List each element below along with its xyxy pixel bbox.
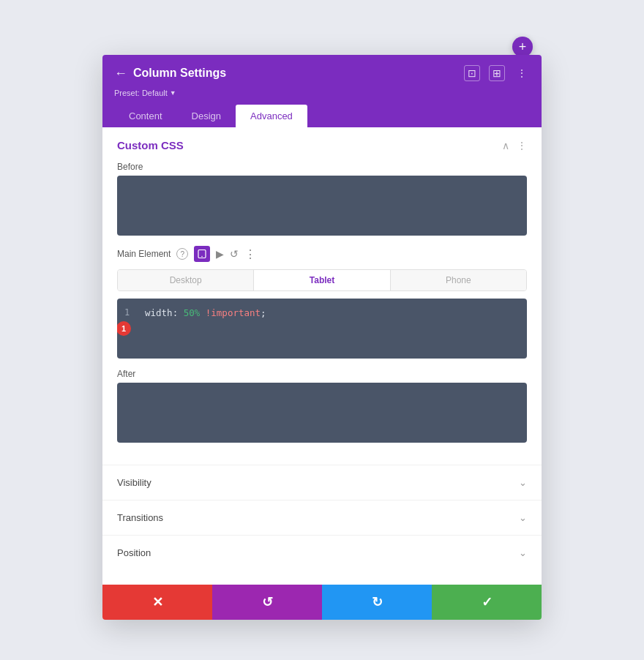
modal-footer: ✕ ↺ ↻ ✓ (102, 585, 542, 620)
visibility-label: Visibility (117, 477, 151, 488)
tab-design[interactable]: Design (177, 105, 236, 127)
header-title-row: ← Column Settings (114, 66, 226, 81)
section-title: Custom CSS (117, 139, 184, 151)
device-tab-phone[interactable]: Phone (391, 270, 526, 290)
reset-icon[interactable]: ↺ (230, 248, 239, 260)
code-content: width: 50% !important; (139, 299, 527, 359)
line-number-badge: 1 (117, 321, 131, 336)
back-button[interactable]: ← (114, 66, 127, 81)
tablet-device-icon[interactable] (194, 246, 210, 262)
css-value: 50% (184, 307, 201, 318)
transitions-chevron-icon: ⌄ (519, 512, 527, 523)
css-semicolon: ; (261, 307, 266, 318)
modal-body: Custom CSS ∧ ⋮ Before Main Element ? (102, 127, 542, 585)
collapse-icon[interactable]: ∧ (502, 140, 509, 151)
cancel-button[interactable]: ✕ (102, 585, 212, 620)
tab-advanced[interactable]: Advanced (236, 105, 307, 127)
preset-arrow-icon: ▼ (170, 89, 176, 97)
section-more-icon[interactable]: ⋮ (517, 140, 527, 151)
section-header-icons: ∧ ⋮ (502, 140, 527, 151)
undo-button[interactable]: ↺ (212, 585, 322, 620)
header-top-row: ← Column Settings ⊡ ⊞ ⋮ (114, 65, 530, 81)
before-label: Before (117, 162, 527, 172)
device-tabs: Desktop Tablet Phone (117, 269, 527, 291)
add-button[interactable]: + (512, 37, 533, 57)
transitions-label: Transitions (117, 512, 163, 523)
custom-css-section: Custom CSS ∧ ⋮ Before Main Element ? (102, 127, 542, 465)
tab-content[interactable]: Content (114, 105, 177, 127)
device-tab-tablet[interactable]: Tablet (254, 270, 390, 290)
screen-icon-button[interactable]: ⊡ (464, 65, 480, 81)
preset-selector[interactable]: Preset: Default ▼ (114, 89, 176, 97)
section-header: Custom CSS ∧ ⋮ (117, 139, 527, 151)
columns-icon-button[interactable]: ⊞ (489, 65, 505, 81)
position-chevron-icon: ⌄ (519, 547, 527, 558)
position-label: Position (117, 547, 151, 558)
redo-button[interactable]: ↻ (322, 585, 432, 620)
visibility-section[interactable]: Visibility ⌄ (102, 465, 542, 500)
tabs-row: Content Design Advanced (114, 105, 530, 127)
device-tab-desktop[interactable]: Desktop (118, 270, 254, 290)
transitions-section[interactable]: Transitions ⌄ (102, 500, 542, 535)
main-element-code-editor[interactable]: 1 1 width: 50% !important; (117, 299, 527, 359)
save-button[interactable]: ✓ (432, 585, 542, 620)
main-element-label: Main Element (117, 249, 171, 259)
modal-header: ← Column Settings ⊡ ⊞ ⋮ Preset: Default … (102, 55, 542, 127)
after-code-editor[interactable] (117, 383, 527, 443)
preset-label: Preset: Default (114, 89, 168, 97)
visibility-chevron-icon: ⌄ (519, 477, 527, 488)
before-code-editor[interactable] (117, 176, 527, 236)
column-settings-modal: ← Column Settings ⊡ ⊞ ⋮ Preset: Default … (102, 55, 542, 620)
modal-title: Column Settings (133, 67, 226, 80)
after-label: After (117, 369, 527, 379)
svg-point-1 (202, 256, 203, 258)
position-section[interactable]: Position ⌄ (102, 535, 542, 570)
header-icons: ⊡ ⊞ ⋮ (464, 65, 530, 81)
css-important: !important (200, 307, 261, 318)
help-icon[interactable]: ? (176, 248, 188, 260)
css-property: width: (145, 307, 184, 318)
main-element-row: Main Element ? ▶ ↺ ⋮ (117, 246, 527, 262)
cursor-icon[interactable]: ▶ (216, 248, 224, 260)
more-icon-button[interactable]: ⋮ (514, 65, 530, 81)
main-element-more-icon[interactable]: ⋮ (244, 247, 256, 261)
